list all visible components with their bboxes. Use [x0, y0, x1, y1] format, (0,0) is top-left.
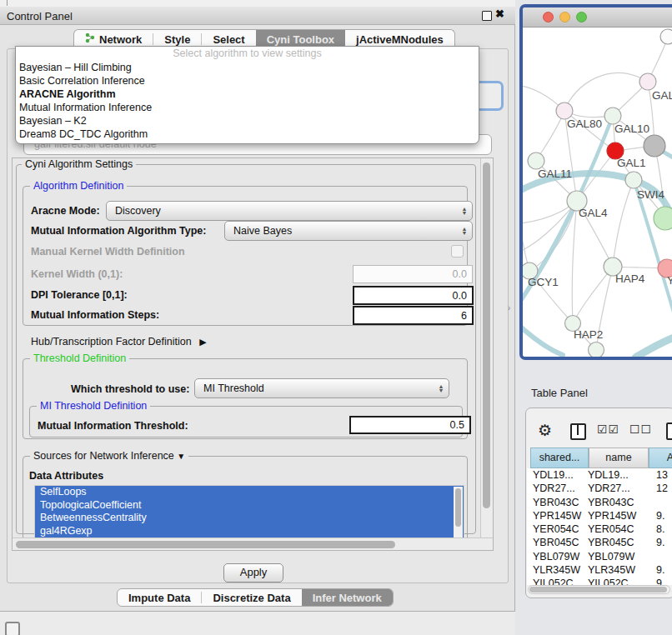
- table-cell: 9.: [645, 536, 664, 549]
- column-header-name[interactable]: name: [589, 448, 649, 468]
- table-row[interactable]: YBR043CYBR043C: [527, 496, 672, 509]
- algorithm-option[interactable]: Bayesian – K2: [16, 114, 479, 128]
- apply-button[interactable]: Apply: [223, 563, 283, 582]
- table-cell: YDR27...: [585, 482, 645, 495]
- manual-kernel-checkbox[interactable]: [451, 245, 464, 258]
- combo-arrows-icon: ▲▼: [457, 207, 472, 215]
- table-row[interactable]: YLR345WYLR345W9.: [527, 563, 672, 577]
- network-node-label: GAL4: [579, 207, 608, 219]
- table-cell: YBR045C: [527, 536, 585, 549]
- mi-steps-field[interactable]: 6: [353, 306, 474, 325]
- close-icon[interactable]: ✖: [495, 8, 504, 20]
- column-header-third[interactable]: A: [649, 448, 672, 468]
- mi-threshold-label: Mutual Information Threshold:: [38, 420, 188, 432]
- zoom-traffic-light[interactable]: [576, 12, 587, 22]
- network-window-titlebar: [523, 8, 672, 28]
- data-attribute-item[interactable]: SelfLoops: [35, 486, 464, 499]
- mi-threshold-field[interactable]: 0.5: [349, 416, 471, 434]
- table-rows: YDL19...YDL19...13YDR27...YDR27...12YBR0…: [527, 468, 672, 585]
- data-attributes-list[interactable]: SelfLoopsTopologicalCoefficientBetweenne…: [34, 485, 464, 539]
- table-row[interactable]: YDL19...YDL19...13: [527, 468, 672, 482]
- network-edge-highlighted[interactable]: [523, 326, 563, 355]
- threshold-definition-title: Threshold Definition: [30, 352, 129, 364]
- table-row[interactable]: YBR045CYBR045C9.: [527, 536, 672, 549]
- network-edge[interactable]: [613, 180, 634, 267]
- control-panel-title: Control Panel: [7, 10, 73, 22]
- top-strip-divider: [7, 0, 8, 6]
- table-row[interactable]: YPR145WYPR145W9.: [527, 509, 672, 522]
- mi-type-combo[interactable]: Naive Bayes ▲▼: [224, 221, 473, 241]
- algorithm-option[interactable]: Dream8 DC_TDC Algorithm: [16, 128, 479, 141]
- panel-splitter-handle[interactable]: ›: [508, 303, 510, 312]
- table-row[interactable]: YIL052CYIL052C9.: [527, 577, 672, 585]
- table-cell: YIL052C: [527, 577, 585, 585]
- table-cell: 13: [645, 468, 668, 482]
- kernel-width-label: Kernel Width (0,1):: [31, 268, 123, 280]
- hub-section-toggle[interactable]: Hub/Transcription Factor Definition ▶: [31, 336, 207, 348]
- network-node[interactable]: [654, 207, 672, 230]
- algorithm-option[interactable]: Basic Correlation Inference: [16, 74, 479, 88]
- settings-vertical-scrollbar-thumb[interactable]: [483, 162, 490, 508]
- kernel-width-field[interactable]: 0.0: [353, 265, 473, 283]
- table-function-icon[interactable]: [666, 422, 672, 440]
- algorithm-option[interactable]: Bayesian – Hill Climbing: [16, 61, 479, 74]
- network-node-swi4[interactable]: [625, 172, 642, 188]
- table-horizontal-scrollbar-thumb[interactable]: [529, 587, 667, 592]
- table-cell: YPR145W: [585, 509, 645, 522]
- network-edge[interactable]: [572, 201, 577, 323]
- table-cell: [645, 496, 656, 509]
- network-edge-highlighted[interactable]: [635, 336, 672, 357]
- which-threshold-combo[interactable]: MI Threshold ▲▼: [194, 378, 449, 398]
- table-row[interactable]: YBL079WYBL079W: [527, 550, 672, 563]
- column-header-shared[interactable]: shared...: [530, 448, 589, 468]
- network-node-label: GAL80: [567, 118, 602, 130]
- settings-horizontal-scrollbar[interactable]: [13, 538, 493, 550]
- network-graph[interactable]: GALGAL80GAL10GAL1GAL11SWI4GAL4GCY1HAP4YH…: [523, 28, 672, 357]
- network-node[interactable]: [589, 342, 604, 358]
- sources-group-title[interactable]: Sources for Network Inference ▼: [30, 450, 188, 462]
- data-attribute-item[interactable]: TopologicalCoefficient: [35, 499, 464, 512]
- data-attribute-item[interactable]: BetweennessCentrality: [35, 512, 464, 525]
- deselect-all-checkboxes-icon[interactable]: ☐☐: [629, 422, 652, 436]
- dock-corner-icon[interactable]: [5, 622, 20, 635]
- control-panel-titlebar: [0, 7, 515, 25]
- table-cell: YLR345W: [585, 563, 645, 577]
- network-canvas[interactable]: GALGAL80GAL10GAL1GAL11SWI4GAL4GCY1HAP4YH…: [523, 28, 672, 357]
- mi-steps-label: Mutual Information Steps:: [31, 309, 159, 321]
- table-cell: 9.: [645, 509, 664, 522]
- attr-list-scrollbar[interactable]: [454, 487, 463, 538]
- combo-arrows-icon: ▲▼: [457, 227, 472, 235]
- close-traffic-light[interactable]: [543, 12, 554, 22]
- algorithm-option[interactable]: Mutual Information Inference: [16, 101, 479, 114]
- table-horizontal-scrollbar[interactable]: [528, 585, 670, 594]
- network-edge[interactable]: [564, 73, 648, 111]
- network-node[interactable]: [660, 29, 672, 44]
- network-edge[interactable]: [573, 267, 613, 323]
- network-node-gal80[interactable]: [556, 102, 573, 119]
- gear-icon[interactable]: ⚙: [538, 421, 552, 440]
- settings-horizontal-scrollbar-thumb[interactable]: [16, 541, 395, 548]
- network-node[interactable]: [644, 135, 665, 157]
- network-node-gal[interactable]: [639, 73, 656, 90]
- select-all-checkboxes-icon[interactable]: ☑☑: [597, 422, 619, 436]
- tab-impute-data[interactable]: Impute Data: [118, 589, 201, 606]
- settings-vertical-scrollbar[interactable]: [480, 158, 493, 538]
- table-cell: YDL19...: [527, 468, 585, 482]
- network-node-gal10[interactable]: [604, 108, 621, 124]
- tab-discretize-data[interactable]: Discretize Data: [202, 589, 301, 606]
- minimize-traffic-light[interactable]: [559, 12, 570, 22]
- column-layout-icon[interactable]: [570, 423, 586, 440]
- mi-threshold-group-title: MI Threshold Definition: [37, 400, 150, 412]
- table-cell: YDL19...: [585, 468, 645, 482]
- dpi-tolerance-field[interactable]: 0.0: [353, 286, 474, 305]
- table-row[interactable]: YDR27...YDR27...12: [527, 482, 672, 495]
- aracne-mode-combo[interactable]: Discovery ▲▼: [106, 201, 473, 221]
- network-node-gal11[interactable]: [528, 152, 544, 169]
- float-window-icon[interactable]: [482, 11, 492, 21]
- attr-list-scrollbar-thumb[interactable]: [455, 488, 461, 527]
- algorithm-option[interactable]: ARACNE Algorithm: [16, 88, 479, 101]
- data-attribute-item[interactable]: gal4RGexp: [35, 525, 464, 538]
- tab-infer-network[interactable]: Infer Network: [302, 589, 393, 606]
- network-node-label: GAL11: [538, 168, 572, 180]
- table-row[interactable]: YER054CYER054C8.: [527, 522, 672, 536]
